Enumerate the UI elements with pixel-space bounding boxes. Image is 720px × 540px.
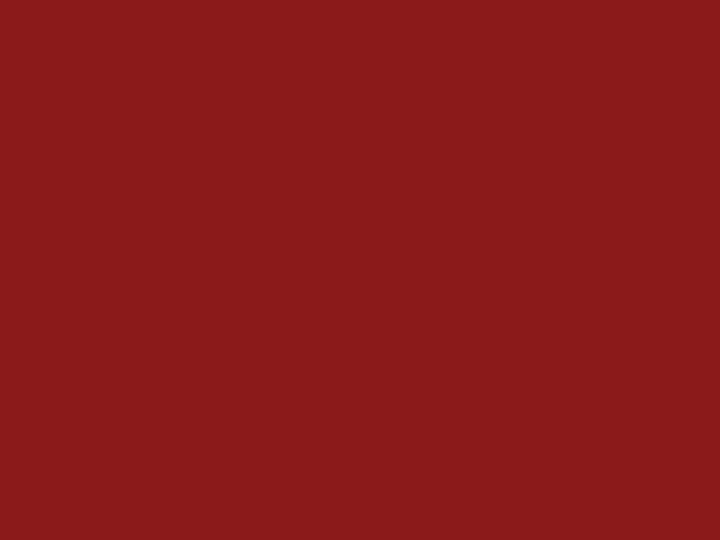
background (0, 0, 720, 540)
